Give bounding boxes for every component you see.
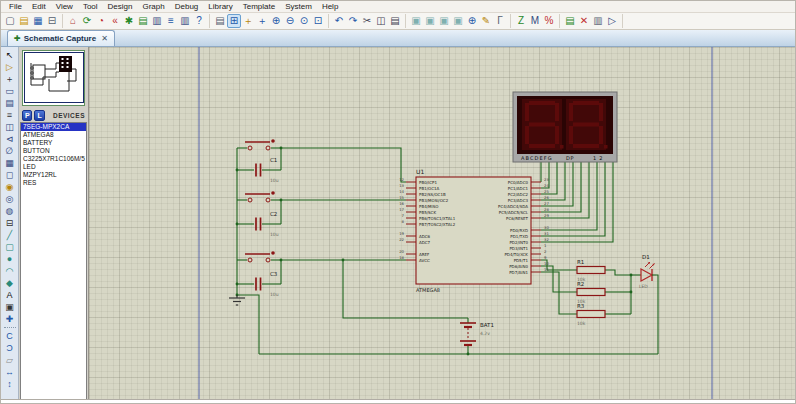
rotate-clockwise-icon[interactable]: C [3, 330, 17, 342]
new-sheet-icon[interactable]: ▤ [563, 14, 577, 28]
next-sheet-icon[interactable]: ▷ [605, 14, 619, 28]
cut-icon[interactable]: ✂ [360, 14, 374, 28]
menu-help[interactable]: Help [317, 2, 343, 11]
text-script-mode-icon[interactable]: ▤ [3, 97, 17, 109]
virtual-instruments-mode-icon[interactable]: ⊟ [3, 217, 17, 229]
menu-design[interactable]: Design [103, 2, 138, 11]
graph-mode-icon[interactable]: ▦ [3, 157, 17, 169]
menu-view[interactable]: View [51, 2, 78, 11]
ground-symbol[interactable] [229, 295, 245, 305]
device-item-c3225x7r1c106m/5[interactable]: C3225X7R1C106M/5 [21, 155, 86, 163]
button-2[interactable] [245, 191, 275, 202]
device-item-atmega8[interactable]: ATMEGA8 [21, 131, 86, 139]
gears-icon[interactable]: ✱ [122, 14, 136, 28]
back-icon[interactable]: « [108, 14, 122, 28]
button-1[interactable] [245, 139, 275, 150]
preview-pane[interactable] [22, 50, 85, 106]
button-3[interactable] [245, 251, 275, 262]
x-mirror-icon[interactable]: ▱ [3, 354, 17, 366]
wire-label-mode-icon[interactable]: ▭ [3, 85, 17, 97]
voltage-probe-mode-icon[interactable]: ◎ [3, 193, 17, 205]
block-delete-icon[interactable]: ▣ [451, 14, 465, 28]
device-item-res[interactable]: RES [21, 179, 86, 187]
recent-clock-icon[interactable]: ◔ [94, 14, 108, 28]
library-manager-button[interactable]: L [34, 110, 44, 121]
menu-tool[interactable]: Tool [78, 2, 103, 11]
component-bat1[interactable]: BAT14.2v [460, 322, 494, 345]
tape-recorder-mode-icon[interactable]: ◻ [3, 169, 17, 181]
component-7seg-display[interactable]: ABCDEFGDP12 [513, 92, 617, 162]
v-reflect-icon[interactable]: ↕ [3, 378, 17, 390]
subcircuit-mode-icon[interactable]: ◫ [3, 121, 17, 133]
origin-icon[interactable]: ＋ [241, 14, 255, 28]
2d-box-mode-icon[interactable]: ▢ [3, 241, 17, 253]
block-copy-icon[interactable]: ▣ [409, 14, 423, 28]
component-mode-icon[interactable]: ▷ [3, 61, 17, 73]
menu-edit[interactable]: Edit [27, 2, 51, 11]
rotate-anticlockwise-icon[interactable]: Ɔ [3, 342, 17, 354]
sheet-notes-icon[interactable]: ▥ [150, 14, 164, 28]
2d-line-mode-icon[interactable]: ╱ [3, 229, 17, 241]
pan-cursor-icon[interactable]: ＋ [255, 14, 269, 28]
schematic-canvas[interactable]: C110uC210uC310uU1ATMEGA812PB0/ICP113PB1/… [89, 47, 795, 404]
previous-sheet-icon[interactable]: ▥ [591, 14, 605, 28]
property-assign-icon[interactable]: % [542, 14, 556, 28]
component-d1-led[interactable]: D1LED [639, 254, 656, 289]
block-rotate-icon[interactable]: ▣ [437, 14, 451, 28]
edit-pencil-icon[interactable]: ✎ [479, 14, 493, 28]
device-item-battery[interactable]: BATTERY [21, 139, 86, 147]
device-item-led[interactable]: LED [21, 163, 86, 171]
redo-icon[interactable]: ↷ [346, 14, 360, 28]
current-probe-mode-icon[interactable]: ◍ [3, 205, 17, 217]
library-book-icon[interactable]: ▤ [136, 14, 150, 28]
undo-icon[interactable]: ↶ [332, 14, 346, 28]
copy-icon[interactable]: ◫ [374, 14, 388, 28]
menu-debug[interactable]: Debug [170, 2, 204, 11]
zoom-area-icon[interactable]: ⊡ [311, 14, 325, 28]
menu-file[interactable]: File [4, 2, 27, 11]
component-u1[interactable]: U1ATMEGA812PB0/ICP113PB1/OC1A14PB2/SS/OC… [399, 168, 549, 293]
device-pin-mode-icon[interactable]: ∅ [3, 145, 17, 157]
menu-system[interactable]: System [280, 2, 317, 11]
tab-schematic-capture[interactable]: ✚ Schematic Capture ✕ [7, 30, 115, 46]
remove-sheet-icon[interactable]: ✕ [577, 14, 591, 28]
menu-library[interactable]: Library [203, 2, 237, 11]
tab-close-icon[interactable]: ✕ [99, 34, 108, 43]
selection-mode-icon[interactable]: ↖ [3, 49, 17, 61]
h-reflect-icon[interactable]: ↔ [3, 366, 17, 378]
wrench-icon[interactable]: Γ [493, 14, 507, 28]
menu-graph[interactable]: Graph [137, 2, 169, 11]
refresh-icon[interactable]: ⟳ [80, 14, 94, 28]
design-sheet-icon[interactable]: ≡ [164, 14, 178, 28]
save-icon[interactable]: ▦ [31, 14, 45, 28]
print-icon[interactable]: ⊟ [45, 14, 59, 28]
home-page-icon[interactable]: ⌂ [66, 14, 80, 28]
sheet-icon[interactable]: ▤ [213, 14, 227, 28]
grid-toggle-icon[interactable]: ⊞ [227, 14, 241, 28]
device-item-button[interactable]: BUTTON [21, 147, 86, 155]
junction-dot-mode-icon[interactable]: ＋ [3, 73, 17, 85]
resistor-r3[interactable]: R310k [577, 303, 605, 326]
search-tag-icon[interactable]: M [528, 14, 542, 28]
open-folder-icon[interactable]: ▤ [17, 14, 31, 28]
pick-devices-button[interactable]: P [22, 110, 32, 121]
2d-circle-mode-icon[interactable]: ● [3, 253, 17, 265]
zoom-in-icon[interactable]: ⊕ [269, 14, 283, 28]
menu-template[interactable]: Template [238, 2, 280, 11]
bus-mode-icon[interactable]: ≡ [3, 109, 17, 121]
new-file-icon[interactable]: ▢ [3, 14, 17, 28]
device-item-mzpy12rl[interactable]: MZPY12RL [21, 171, 86, 179]
resistor-r1[interactable]: R110k [577, 259, 605, 282]
2d-symbol-mode-icon[interactable]: ▣ [3, 301, 17, 313]
block-move-icon[interactable]: ▣ [423, 14, 437, 28]
search-icon[interactable]: ⊕ [465, 14, 479, 28]
zoom-out-icon[interactable]: ⊖ [283, 14, 297, 28]
bom-sheet-icon[interactable]: ▥ [178, 14, 192, 28]
marker-mode-icon[interactable]: ✚ [3, 313, 17, 325]
terminal-mode-icon[interactable]: ⊲ [3, 133, 17, 145]
device-item-7seg-mpx2ca[interactable]: 7SEG-MPX2CA [21, 123, 86, 131]
2d-text-mode-icon[interactable]: A [3, 289, 17, 301]
resistor-r2[interactable]: R210k [577, 281, 605, 304]
paste-icon[interactable]: ▤ [388, 14, 402, 28]
help-icon[interactable]: ? [192, 14, 206, 28]
